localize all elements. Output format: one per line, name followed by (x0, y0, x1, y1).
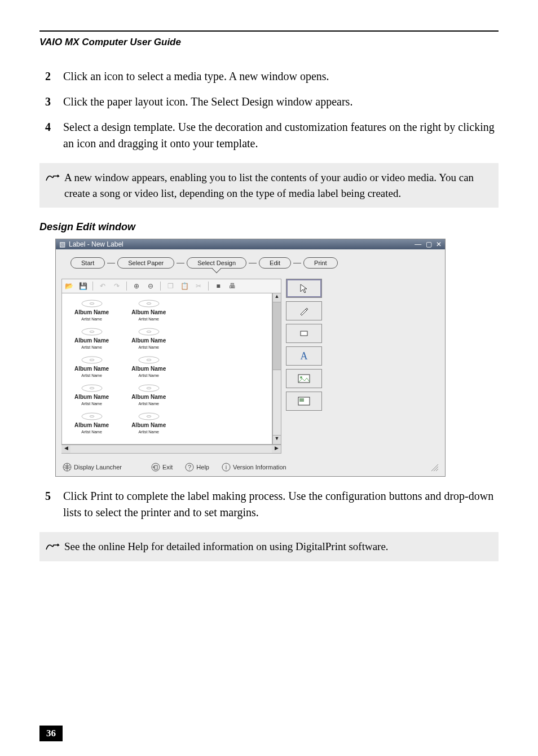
image-tool[interactable] (286, 369, 322, 388)
note-box: A new window appears, enabling you to li… (39, 163, 499, 208)
design-canvas[interactable]: Album NameArtist Name Album NameArtist N… (61, 293, 272, 445)
note-text: A new window appears, enabling you to li… (64, 172, 474, 199)
version-info-button[interactable]: i Version Information (222, 463, 286, 472)
step-select-design[interactable]: Select Design (187, 257, 246, 269)
exit-button[interactable]: Exit (151, 463, 173, 472)
open-icon[interactable]: 📂 (64, 282, 73, 291)
step-item: 4 Select a design template. Use the deco… (39, 119, 499, 152)
svg-point-14 (139, 385, 159, 392)
svg-point-22 (300, 376, 302, 379)
window-title: Label - New Label (69, 240, 412, 248)
svg-point-0 (82, 300, 102, 307)
step-text: Click the paper layout icon. The Select … (63, 94, 499, 110)
minimize-icon[interactable]: — (414, 240, 421, 248)
svg-point-15 (147, 388, 151, 389)
album-tile: Album NameArtist Name (74, 384, 109, 406)
svg-rect-21 (298, 375, 310, 383)
paste-icon[interactable]: 📋 (180, 282, 189, 291)
step-list-1: 2 Click an icon to select a media type. … (39, 68, 499, 152)
zoom-in-icon[interactable]: ⊕ (132, 282, 141, 291)
svg-point-16 (82, 413, 102, 420)
print-icon[interactable]: 🖶 (228, 282, 237, 291)
step-number: 4 (39, 119, 51, 152)
album-tile: Album NameArtist Name (131, 412, 166, 434)
svg-rect-20 (301, 331, 307, 336)
step-text: Click an icon to select a media type. A … (63, 68, 499, 85)
svg-point-5 (90, 331, 94, 333)
svg-point-12 (82, 385, 102, 392)
step-edit[interactable]: Edit (259, 257, 291, 269)
save-icon[interactable]: 💾 (78, 282, 87, 291)
step-text: Select a design template. Use the decora… (63, 119, 499, 152)
step-start[interactable]: Start (70, 257, 105, 269)
window-buttons[interactable]: — ▢ ✕ (412, 240, 442, 248)
tool-palette: A (286, 279, 322, 454)
svg-point-6 (139, 328, 159, 335)
svg-point-13 (90, 388, 94, 389)
figure-caption: Design Edit window (39, 221, 499, 233)
album-tile: Album NameArtist Name (131, 299, 166, 322)
page-number: 36 (39, 726, 63, 741)
svg-point-9 (90, 359, 94, 361)
vertical-scrollbar[interactable]: ▲▼ (272, 293, 281, 445)
svg-text:?: ? (188, 464, 191, 471)
album-tile: Album NameArtist Name (74, 327, 109, 350)
album-tile: Album NameArtist Name (131, 327, 166, 350)
rectangle-tool[interactable] (286, 324, 322, 343)
svg-point-17 (90, 416, 94, 417)
zoom-out-icon[interactable]: ⊖ (146, 282, 155, 291)
help-button[interactable]: ? Help (185, 463, 209, 472)
top-rule (39, 30, 499, 32)
copy-icon[interactable]: ❐ (166, 282, 175, 291)
app-icon: ▧ (59, 240, 65, 248)
step-item: 5 Click Print to complete the label maki… (39, 488, 499, 521)
step-item: 2 Click an icon to select a media type. … (39, 68, 499, 85)
maximize-icon[interactable]: ▢ (426, 240, 432, 248)
step-text: Click Print to complete the label making… (63, 488, 499, 521)
svg-text:i: i (226, 464, 227, 471)
step-number: 2 (39, 68, 51, 85)
pen-tool[interactable] (286, 301, 322, 320)
svg-rect-24 (299, 398, 304, 402)
note-box: See the online Help for detailed informa… (39, 532, 499, 561)
album-tile: Album NameArtist Name (131, 384, 166, 406)
stamp-tool[interactable] (286, 392, 322, 411)
album-tile: Album NameArtist Name (74, 355, 109, 378)
close-icon[interactable]: ✕ (436, 240, 442, 248)
svg-point-18 (139, 413, 159, 420)
svg-point-1 (90, 303, 94, 305)
note-icon (45, 540, 60, 556)
step-print[interactable]: Print (303, 257, 338, 269)
text-tool[interactable]: A (286, 346, 322, 366)
window-footer: Display Launcher Exit ? Help i Version I… (56, 459, 445, 476)
display-launcher-button[interactable]: Display Launcher (63, 463, 122, 472)
step-select-paper[interactable]: Select Paper (117, 257, 174, 269)
undo-icon[interactable]: ↶ (98, 282, 107, 291)
stepper: Start Select Paper Select Design Edit Pr… (56, 249, 445, 275)
svg-point-4 (82, 328, 102, 335)
cut-icon[interactable]: ✂ (194, 282, 203, 291)
step-number: 3 (39, 94, 51, 110)
step-list-2: 5 Click Print to complete the label maki… (39, 488, 499, 521)
redo-icon[interactable]: ↷ (112, 282, 121, 291)
stop-icon[interactable]: ■ (214, 282, 223, 291)
svg-point-10 (139, 357, 159, 363)
step-number: 5 (39, 488, 51, 521)
running-head: VAIO MX Computer User Guide (39, 35, 499, 51)
album-tile: Album NameArtist Name (74, 299, 109, 322)
album-tile: Album NameArtist Name (74, 412, 109, 434)
step-item: 3 Click the paper layout icon. The Selec… (39, 94, 499, 110)
note-text: See the online Help for detailed informa… (64, 540, 389, 552)
horizontal-scrollbar[interactable]: ◀▶ (61, 445, 281, 454)
album-tile: Album NameArtist Name (131, 355, 166, 378)
svg-point-8 (82, 357, 102, 363)
note-icon (45, 171, 60, 187)
window-titlebar: ▧ Label - New Label — ▢ ✕ (56, 239, 445, 249)
svg-point-11 (147, 359, 151, 361)
svg-point-19 (147, 416, 151, 417)
resize-grip-icon[interactable] (430, 463, 438, 471)
pointer-tool[interactable] (286, 279, 322, 298)
canvas-toolbar: 📂 💾 ↶ ↷ ⊕ ⊖ ❐ 📋 ✂ ■ 🖶 (61, 279, 281, 293)
design-edit-screenshot: ▧ Label - New Label — ▢ ✕ Start Select P… (55, 239, 446, 477)
svg-point-2 (139, 300, 159, 307)
